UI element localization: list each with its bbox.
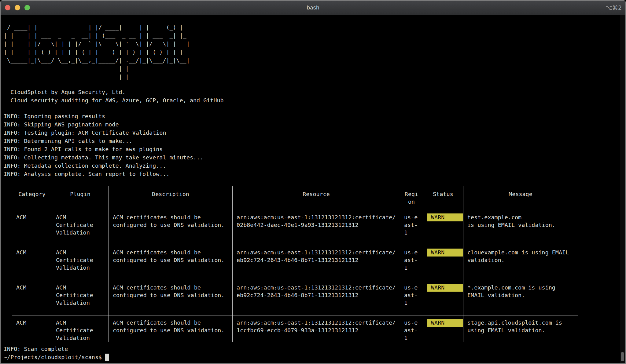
window-title: bash xyxy=(1,1,625,15)
cell-resource: arn:aws:acm:us-east-1:131213121312:certi… xyxy=(233,315,400,342)
header-status: Status xyxy=(423,186,463,210)
cell-status: WARN xyxy=(423,315,463,342)
tagline-company: CloudSploit by Aqua Security, Ltd. xyxy=(4,88,625,96)
table-row: ACM ACM Certificate Validation ACM certi… xyxy=(12,245,578,280)
prompt-path: ~/Projects/cloudsploit/scans$ xyxy=(4,354,102,360)
cell-plugin: ACM Certificate Validation xyxy=(52,245,109,280)
table-header-row: Category Plugin Description Resource Reg… xyxy=(12,186,578,210)
tagline-description: Cloud security auditing for AWS, Azure, … xyxy=(4,96,625,104)
status-badge-warn: WARN xyxy=(427,319,463,327)
info-line: INFO: Found 2 API calls to make for aws … xyxy=(4,145,625,153)
cell-category: ACM xyxy=(12,315,52,342)
table-row: ACM ACM Certificate Validation ACM certi… xyxy=(12,315,578,342)
info-line: INFO: Analysis complete. Scan report to … xyxy=(4,170,625,178)
info-line: INFO: Metadata collection complete. Anal… xyxy=(4,162,625,170)
cell-description: ACM certificates should be configured to… xyxy=(109,315,233,342)
header-message: Message xyxy=(463,186,578,210)
header-region: Regi on xyxy=(400,186,423,210)
cell-region: us-e ast- 1 xyxy=(400,280,423,315)
prompt-line[interactable]: ~/Projects/cloudsploit/scans$ xyxy=(4,353,625,362)
cell-message: clouexample.com is using EMAIL validatio… xyxy=(463,245,578,280)
cell-region: us-e ast- 1 xyxy=(400,245,423,280)
cell-resource: arn:aws:acm:us-east-1:131213121312:certi… xyxy=(233,280,400,315)
taglines: CloudSploit by Aqua Security, Ltd. Cloud… xyxy=(4,88,625,104)
header-category: Category xyxy=(12,186,52,210)
info-log: INFO: Ignoring passing results INFO: Ski… xyxy=(4,112,625,178)
cell-region: us-e ast- 1 xyxy=(400,315,423,342)
info-line: INFO: Collecting metadata. This may take… xyxy=(4,153,625,162)
cell-message: *.example.com.com is using EMAIL validat… xyxy=(463,280,578,315)
scan-complete-line: INFO: Scan complete xyxy=(4,345,625,353)
terminal-footer: INFO: Scan complete ~/Projects/cloudsplo… xyxy=(4,345,625,362)
scan-results-table: Category Plugin Description Resource Reg… xyxy=(12,186,578,342)
cell-description: ACM certificates should be configured to… xyxy=(109,280,233,315)
cell-message: stage.api.cloudsploit.com is using EMAIL… xyxy=(463,315,578,342)
terminal-window: bash ⌥⌘2 _____ _ _ _____ _ _ _ / ____| |… xyxy=(0,0,626,364)
cell-region: us-e ast- 1 xyxy=(400,210,423,245)
info-line: INFO: Ignoring passing results xyxy=(4,112,625,120)
titlebar[interactable]: bash ⌥⌘2 xyxy=(1,1,625,15)
info-line: INFO: Determining API calls to make... xyxy=(4,137,625,145)
cell-resource: arn:aws:acm:us-east-1:131213121312:certi… xyxy=(233,210,400,245)
info-line: INFO: Testing plugin: ACM Certificate Va… xyxy=(4,129,625,137)
table-row: ACM ACM Certificate Validation ACM certi… xyxy=(12,280,578,315)
ascii-banner: _____ _ _ _____ _ _ _ / ____| | | |/ ___… xyxy=(4,15,625,81)
cell-plugin: ACM Certificate Validation xyxy=(52,315,109,342)
cell-message: test.example.com is using EMAIL validati… xyxy=(463,210,578,245)
status-badge-warn: WARN xyxy=(427,249,463,257)
cell-description: ACM certificates should be configured to… xyxy=(109,245,233,280)
cell-plugin: ACM Certificate Validation xyxy=(52,280,109,315)
header-resource: Resource xyxy=(233,186,400,210)
cell-description: ACM certificates should be configured to… xyxy=(109,210,233,245)
terminal-cursor[interactable] xyxy=(105,354,109,361)
terminal-screen: _____ _ _ _____ _ _ _ / ____| | | |/ ___… xyxy=(1,15,625,363)
cell-resource: arn:aws:acm:us-east-1:131213121312:certi… xyxy=(233,245,400,280)
cell-status: WARN xyxy=(423,210,463,245)
header-description: Description xyxy=(109,186,233,210)
cell-status: WARN xyxy=(423,245,463,280)
cell-category: ACM xyxy=(12,245,52,280)
status-badge-warn: WARN xyxy=(427,284,463,292)
info-line: INFO: Skipping AWS pagination mode xyxy=(4,120,625,129)
cell-plugin: ACM Certificate Validation xyxy=(52,210,109,245)
header-plugin: Plugin xyxy=(52,186,109,210)
cell-category: ACM xyxy=(12,280,52,315)
scrollbar-thumb[interactable] xyxy=(621,352,624,361)
cell-status: WARN xyxy=(423,280,463,315)
scrollbar xyxy=(620,15,625,363)
keyboard-shortcut-indicator: ⌥⌘2 xyxy=(606,1,622,15)
table-row: ACM ACM Certificate Validation ACM certi… xyxy=(12,210,578,245)
cell-category: ACM xyxy=(12,210,52,245)
status-badge-warn: WARN xyxy=(427,213,463,221)
